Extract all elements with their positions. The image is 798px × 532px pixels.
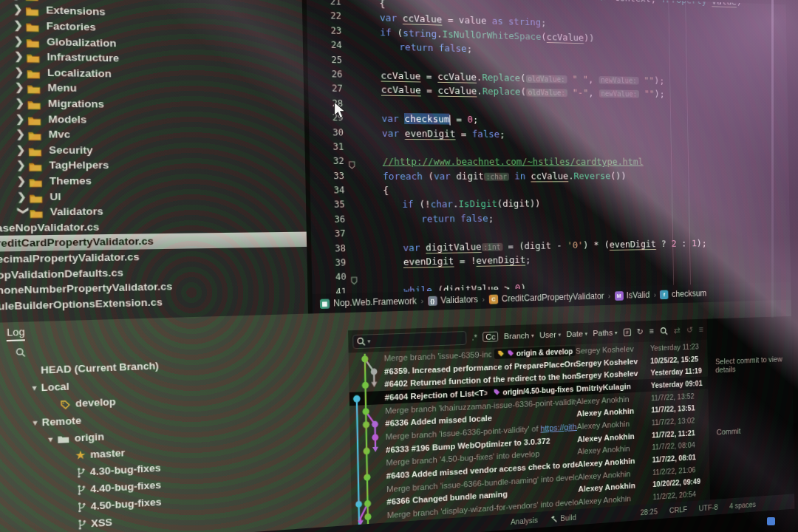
code-editor[interactable]: 2122232425262728293031323334353637383940… — [307, 0, 791, 313]
commit-date: 11/7/22, 13:52 — [651, 391, 706, 402]
chevron-right-icon[interactable]: ❯ — [14, 51, 26, 61]
breadcrumb-item-method[interactable]: MIsValid — [615, 290, 650, 301]
tag-icon — [60, 398, 71, 410]
filter-branch[interactable]: Branch▾ — [504, 331, 534, 341]
class-icon: C — [489, 294, 499, 304]
chevron-right-icon[interactable]: ❯ — [16, 129, 27, 140]
tree-item-label: Events — [46, 0, 83, 2]
caret-position[interactable]: 28:25 — [641, 507, 658, 516]
paint-icon[interactable]: ≡ — [649, 326, 653, 336]
filter-paths[interactable]: Paths▾ — [593, 328, 617, 338]
status-build[interactable]: Build — [550, 513, 576, 524]
tree-item-label: Infrastructure — [47, 51, 119, 64]
folder-icon — [57, 434, 69, 444]
chevron-right-icon[interactable]: ❯ — [17, 191, 29, 202]
commit-search-input[interactable]: ▾ — [352, 331, 466, 349]
chevron-right-icon[interactable]: ❯ — [16, 114, 27, 124]
commit-author: Sergey Koshelev — [576, 369, 650, 381]
tag-icon — [507, 349, 515, 358]
tree-item-label: UI — [50, 191, 61, 202]
breadcrumb-label: IsValid — [627, 290, 650, 300]
branch-label: origin — [75, 430, 104, 443]
breadcrumb-separator: › — [420, 296, 423, 305]
tree-item-label: Validators — [50, 205, 103, 218]
branch-label: HEAD (Current Branch) — [41, 359, 159, 375]
filter-user[interactable]: User▾ — [539, 330, 561, 340]
indent-indicator[interactable]: 4 spaces — [729, 500, 756, 511]
chevron-right-icon[interactable]: ❯ — [15, 66, 27, 77]
rollback-icon[interactable]: ↺ — [686, 325, 693, 335]
breadcrumb-item-class[interactable]: CCreditCardPropertyValidator — [489, 291, 604, 304]
chevron-right-icon[interactable]: ❯ — [17, 176, 29, 186]
chevron-down-icon[interactable]: ▾ — [27, 383, 41, 392]
commit-date: 11/7/22, 13:51 — [651, 403, 706, 415]
chevron-right-icon[interactable]: ❯ — [16, 145, 28, 155]
find-icon[interactable] — [660, 326, 669, 336]
chevron-right-icon[interactable]: ❯ — [15, 98, 27, 108]
tree-item-label: BaseNopValidator.cs — [0, 221, 99, 234]
chevron-right-icon[interactable]: ❯ — [13, 20, 25, 30]
chevron-down-icon[interactable]: ▾ — [28, 417, 41, 427]
hammer-icon — [550, 515, 557, 523]
breadcrumb-item-field[interactable]: fchecksum — [660, 288, 706, 299]
tree-folder-item[interactable]: ❯Models — [0, 110, 304, 129]
folder-icon — [27, 131, 42, 141]
code-lines[interactable]: ext methodsexposing APIsoverride bool Is… — [307, 0, 791, 300]
filter-date[interactable]: Date▾ — [566, 329, 587, 338]
chevron-right-icon[interactable]: ❯ — [14, 35, 26, 46]
chevron-down-icon[interactable]: ❯ — [18, 206, 29, 217]
folder-icon — [27, 115, 42, 126]
project-tree[interactable]: ❯Controllers❯Events❯Extensions❯Factories… — [0, 0, 313, 324]
tree-item-label: NopValidationDefaults.cs — [0, 267, 123, 282]
git-branches-pane[interactable]: HEAD (Current Branch)▾Localdevelop▾Remot… — [0, 330, 352, 532]
go-to-hash-icon[interactable]: # — [623, 327, 632, 337]
navigate-back-icon[interactable]: ⇄ — [674, 325, 681, 335]
encoding-indicator[interactable]: UTF-8 — [699, 502, 718, 512]
tree-folder-item[interactable]: ❯TagHelpers — [0, 157, 305, 173]
chevron-right-icon[interactable]: ❯ — [16, 160, 28, 171]
breadcrumb-separator: › — [654, 290, 656, 299]
ide-window: ❯Controllers❯Events❯Extensions❯Factories… — [0, 0, 794, 532]
commit-link[interactable]: https://github.com/khairuzzaman/ — [540, 422, 577, 432]
breadcrumb-label: Nop.Web.Framework — [333, 296, 417, 308]
status-spacer — [588, 514, 628, 516]
refresh-icon[interactable]: ↻ — [636, 327, 643, 337]
match-case-toggle[interactable]: Cc — [482, 332, 498, 342]
field-icon: f — [660, 290, 669, 299]
git-tab-log[interactable]: Log — [7, 326, 25, 341]
line-ending-indicator[interactable]: CRLF — [669, 505, 687, 514]
chevron-down-icon[interactable]: ▾ — [44, 434, 57, 444]
commit-date: 11/7/22, 13:02 — [652, 415, 706, 426]
tree-folder-item[interactable]: ❯Themes — [0, 173, 306, 189]
chevron-right-icon[interactable]: ❯ — [13, 4, 25, 15]
git-commit-rows[interactable]: Merge branch 'issue-6359-increase-perfor… — [349, 340, 710, 525]
folder-icon — [27, 69, 41, 79]
chevron-right-icon[interactable]: ❯ — [15, 82, 27, 92]
layout-icon[interactable]: ≡ — [698, 324, 703, 334]
regex-toggle[interactable]: .* — [471, 332, 477, 341]
tree-item-label: Themes — [50, 175, 92, 187]
git-details-pane: Select commit to view details Commit — [707, 316, 794, 499]
folder-icon — [28, 162, 43, 172]
search-icon — [15, 345, 26, 358]
branch-label: master — [90, 446, 125, 460]
commit-author: Alexey Anokhin — [579, 493, 653, 506]
breadcrumb-item-project[interactable]: ▦Nop.Web.Framework — [320, 296, 417, 309]
commit-date: 10/25/22, 15:25 — [650, 354, 705, 364]
breadcrumb-item-namespace[interactable]: {}Validators — [428, 294, 478, 306]
folder-icon — [25, 6, 40, 17]
branch-label: XSS — [91, 516, 112, 529]
folder-icon — [27, 83, 42, 93]
tree-folder-item[interactable]: ❯Security — [0, 142, 305, 158]
folder-icon — [26, 66, 41, 77]
folder-icon — [29, 208, 44, 219]
branch-icon — [76, 467, 86, 479]
folder-icon — [27, 129, 43, 140]
branch-label: Remote — [41, 414, 81, 428]
tree-item-label: Localization — [47, 66, 112, 79]
tree-folder-item[interactable]: ❯Mvc — [0, 126, 304, 143]
commit-author: Sergey Koshelev — [576, 344, 650, 355]
status-analysis[interactable]: Analysis — [511, 516, 538, 526]
folder-icon — [26, 53, 41, 64]
code-line: //http://www.beachnet.com/~hstiles/cardt… — [382, 154, 788, 168]
